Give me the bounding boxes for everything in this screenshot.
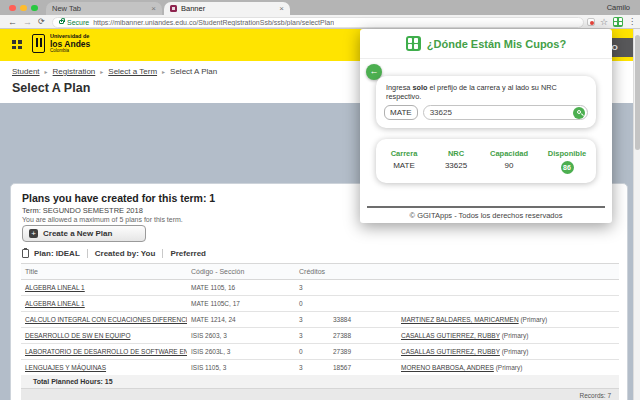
instructor-link[interactable]: MARTINEZ BALDARES, MARICARMEN: [401, 316, 519, 323]
popup-footer: © GGITApps - Todos los derechos reservad…: [360, 211, 612, 220]
panel-title: Plans you have created for this term: 1: [22, 192, 215, 204]
term-label: Term: SEGUNDO SEMESTRE 2018: [22, 206, 143, 215]
screen: New Tab × Banner × Camilo ← → ⟳ Secure h…: [0, 0, 640, 400]
col-creditos[interactable]: Créditos: [295, 264, 329, 280]
col-title[interactable]: Title: [21, 264, 187, 280]
table-row: LABORATORIO DE DESARROLLO DE SOFTWARE EN…: [21, 344, 619, 360]
result-card: Carrera NRC Capacidad Disponible MATE 33…: [376, 139, 596, 183]
max-plans-label: You are allowed a maximum of 5 plans for…: [22, 216, 183, 223]
tab-close-icon[interactable]: ×: [151, 5, 156, 13]
create-new-plan-button[interactable]: + Create a New Plan: [22, 225, 146, 242]
breadcrumb-select-a-term[interactable]: Select a Term: [108, 67, 157, 76]
career-prefix-field[interactable]: MATE: [384, 105, 418, 120]
result-header-nrc: NRC: [432, 149, 480, 158]
col-codigo-seccion[interactable]: Código - Sección: [187, 264, 295, 280]
total-planned-hours: Total Planned Hours: 15: [21, 375, 619, 389]
course-link[interactable]: ALGEBRA LINEAL 1: [25, 284, 85, 291]
result-header-disponible: Disponible: [538, 149, 596, 158]
tab-close-icon[interactable]: ×: [279, 5, 284, 13]
breadcrumb-current: Select A Plan: [170, 67, 217, 76]
browser-menu-icon[interactable]: ⋮: [628, 17, 636, 27]
scrollbar-thumb[interactable]: [635, 35, 640, 150]
result-header-capacidad: Capacidad: [480, 149, 538, 158]
plan-icon: [22, 249, 29, 258]
maximize-window-button[interactable]: [31, 5, 38, 12]
uniandes-emblem-icon: [32, 34, 45, 53]
table-row: DESARROLLO DE SW EN EQUIPO ISIS 2603, 3 …: [21, 328, 619, 344]
tab-title: New Tab: [52, 4, 147, 13]
records-count: Records: 7: [21, 389, 619, 400]
table-header-row: Title Código - Sección Créditos: [21, 264, 619, 280]
col-extra: [564, 264, 619, 280]
forward-icon[interactable]: →: [23, 16, 32, 28]
breadcrumb-separator: ▸: [45, 68, 48, 75]
result-capacidad: 90: [480, 161, 538, 174]
plus-icon: +: [29, 229, 38, 238]
course-link[interactable]: ALGEBRA LINEAL 1: [25, 300, 85, 307]
course-link[interactable]: LENGUAJES Y MÁQUINAS: [25, 364, 106, 371]
bookmark-star-icon[interactable]: ☆: [600, 17, 608, 27]
breadcrumb: Student ▸ Registration ▸ Select a Term ▸…: [12, 67, 217, 76]
minimize-window-button[interactable]: [20, 5, 27, 12]
browser-toolbar: ← → ⟳ Secure https://mibanner.uniandes.e…: [0, 15, 640, 29]
course-link[interactable]: DESARROLLO DE SW EN EQUIPO: [25, 332, 130, 339]
breadcrumb-student[interactable]: Student: [12, 67, 40, 76]
page-scrollbar[interactable]: [633, 29, 640, 400]
plan-meta-row: Plan: IDEAL Created by: You Preferred: [22, 249, 206, 258]
plan-preferred-label: Preferred: [170, 249, 206, 258]
url-text[interactable]: https://mibanner.uniandes.edu.co/Student…: [93, 19, 334, 26]
breadcrumb-separator: ▸: [162, 68, 165, 75]
table-row: CALCULO INTEGRAL CON ECUACIONES DIFERENC…: [21, 312, 619, 328]
cupos-extension-icon[interactable]: [613, 17, 623, 27]
uniandes-logo: Universidad de los Andes Colombia: [32, 34, 90, 53]
result-header-carrera: Carrera: [376, 149, 432, 158]
close-window-button[interactable]: [9, 5, 16, 12]
table-row: ALGEBRA LINEAL 1 MATE 1105, 16 3: [21, 280, 619, 296]
instructor-link[interactable]: CASALLAS GUTIERREZ, RUBBY: [401, 348, 500, 355]
back-icon[interactable]: ←: [8, 16, 17, 28]
tab-strip: New Tab × Banner × Camilo: [0, 0, 640, 15]
plan-name-label[interactable]: Plan: IDEAL: [34, 249, 80, 258]
search-card: Ingresa solo el prefijo de la carrera y …: [376, 76, 596, 128]
tab-title: Banner: [181, 4, 275, 13]
tab-banner[interactable]: Banner ×: [164, 2, 290, 15]
extension-icon[interactable]: [587, 18, 595, 26]
page-title: Select A Plan: [12, 81, 90, 95]
instructor-link[interactable]: CASALLAS GUTIERREZ, RUBBY: [401, 332, 500, 339]
nrc-input[interactable]: 33625: [423, 105, 588, 120]
course-link[interactable]: CALCULO INTEGRAL CON ECUACIONES DIFERENC…: [25, 316, 187, 323]
table-row: LENGUAJES Y MÁQUINAS ISIS 1105, 3 3 1856…: [21, 360, 619, 376]
plan-created-by-label: Created by: You: [95, 249, 156, 258]
col-instructor[interactable]: [397, 264, 564, 280]
tab-new-tab[interactable]: New Tab ×: [46, 2, 162, 15]
cupos-extension-popup: ¿Dónde Están Mis Cupos? ← Ingresa solo e…: [360, 29, 612, 223]
breadcrumb-registration[interactable]: Registration: [53, 67, 96, 76]
breadcrumb-separator: ▸: [100, 68, 103, 75]
result-nrc: 33625: [432, 161, 480, 174]
reload-icon[interactable]: ⟳: [38, 16, 45, 28]
search-button[interactable]: [573, 107, 585, 119]
course-link[interactable]: LABORATORIO DE DESARROLLO DE SOFTWARE EN…: [25, 348, 187, 355]
lock-icon: [59, 20, 64, 24]
instruction-text: Ingresa solo el prefijo de la carrera y …: [376, 76, 596, 105]
search-icon: [577, 110, 581, 114]
divider: [367, 206, 605, 208]
col-crn[interactable]: [329, 264, 397, 280]
divider: [162, 249, 163, 258]
logo-line3: Colombia: [50, 49, 90, 54]
cupos-logo-icon: [406, 36, 421, 51]
popup-header: ¿Dónde Están Mis Cupos?: [360, 29, 612, 59]
result-carrera: MATE: [376, 161, 432, 174]
instructor-link[interactable]: MORENO BARBOSA, ANDRES: [401, 364, 494, 371]
nrc-value: 33625: [430, 108, 573, 117]
address-bar[interactable]: Secure https://mibanner.uniandes.edu.co/…: [52, 17, 584, 28]
table-row: ALGEBRA LINEAL 1 MATE 1105C, 17 0: [21, 296, 619, 312]
secure-label[interactable]: Secure: [67, 19, 89, 26]
divider: [87, 249, 88, 258]
plans-table: Title Código - Sección Créditos ALGEBRA …: [21, 263, 619, 392]
banner-favicon-icon: [170, 5, 177, 12]
app-menu-icon[interactable]: [12, 40, 23, 50]
chrome-profile-name[interactable]: Camilo: [607, 3, 630, 12]
popup-title: ¿Dónde Están Mis Cupos?: [427, 38, 566, 50]
available-badge: 86: [561, 161, 574, 174]
